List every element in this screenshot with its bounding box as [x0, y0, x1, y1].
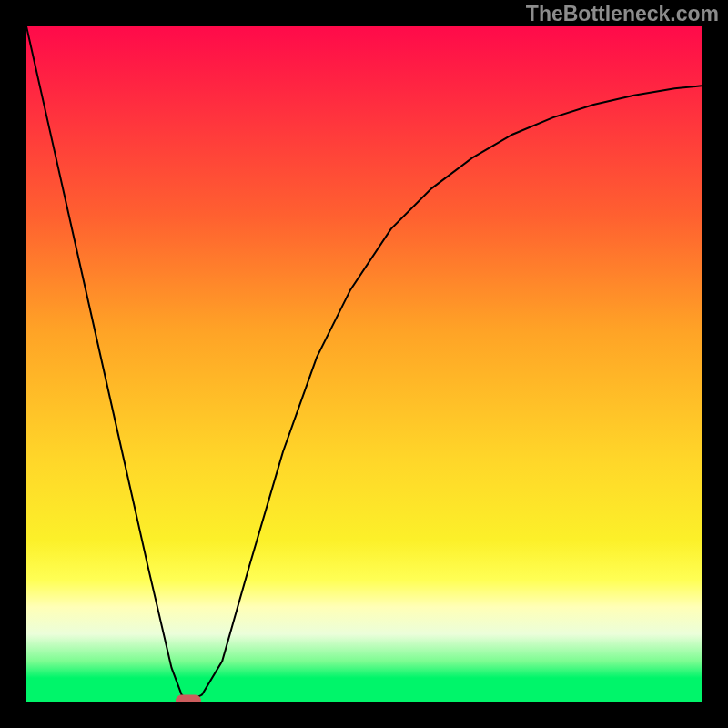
bottleneck-curve — [26, 26, 702, 702]
frame-right — [702, 0, 728, 728]
bottleneck-chart: TheBottleneck.com — [0, 0, 728, 728]
watermark: TheBottleneck.com — [526, 2, 719, 26]
frame-left — [0, 0, 26, 728]
curve-svg — [26, 26, 702, 702]
frame-bottom — [0, 702, 728, 728]
plot-area — [26, 26, 702, 702]
